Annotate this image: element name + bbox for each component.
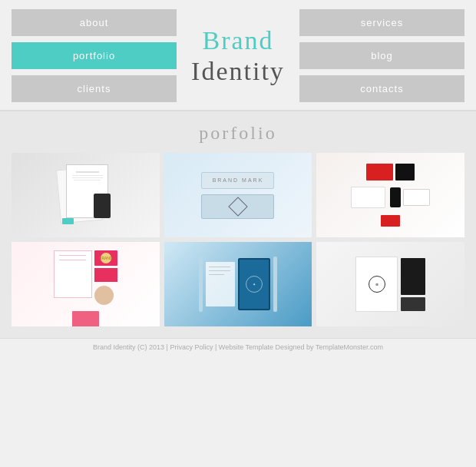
portfolio-item-3[interactable]: [316, 153, 464, 237]
portfolio-grid: BRAND MARK: [12, 153, 464, 326]
portfolio-item-6[interactable]: ⊗: [316, 242, 464, 326]
nav-header: about portfolio clients Brand Identity s…: [0, 0, 476, 110]
right-nav: services blog contacts: [299, 9, 464, 102]
portfolio-item-1[interactable]: [12, 153, 160, 237]
clients-button[interactable]: clients: [12, 75, 177, 102]
portfolio-item-5[interactable]: ✦: [164, 242, 312, 326]
doc-stack-icon: [58, 164, 112, 226]
contacts-button[interactable]: contacts: [299, 75, 464, 102]
footer-text: Brand Identity (C) 2013 | Privacy Policy…: [93, 343, 383, 351]
brand-title: Brand Identity: [188, 25, 288, 85]
left-nav: about portfolio clients: [12, 9, 177, 102]
footer: Brand Identity (C) 2013 | Privacy Policy…: [0, 338, 476, 356]
box-bottom-icon: [201, 194, 274, 219]
box-top-icon: BRAND MARK: [201, 172, 274, 189]
blog-button[interactable]: blog: [299, 42, 464, 69]
portfolio-section: porfolio: [0, 111, 476, 338]
portfolio-item-2[interactable]: BRAND MARK: [164, 153, 312, 237]
brand-center: Brand Identity: [177, 25, 299, 85]
portfolio-heading: porfolio: [12, 123, 464, 144]
page-wrapper: about portfolio clients Brand Identity s…: [0, 0, 476, 356]
portfolio-button[interactable]: portfolio: [12, 42, 177, 69]
about-button[interactable]: about: [12, 9, 177, 36]
services-button[interactable]: services: [299, 9, 464, 36]
portfolio-item-4[interactable]: BRAND: [12, 242, 160, 326]
